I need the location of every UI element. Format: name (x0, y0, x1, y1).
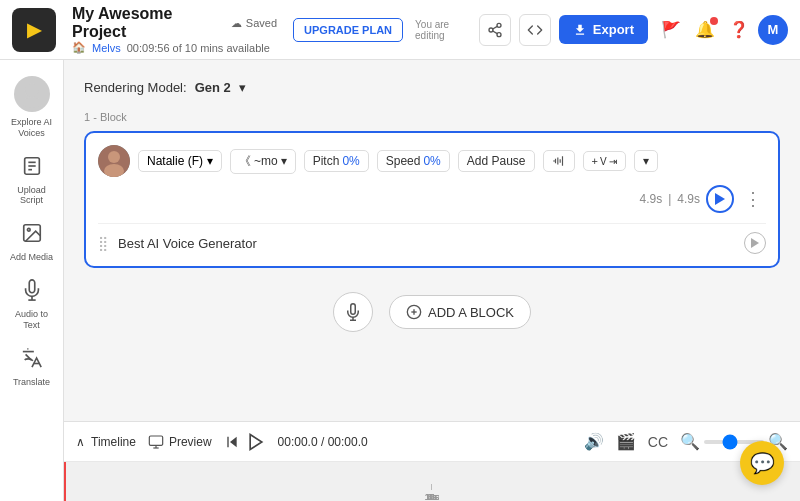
flag-button[interactable]: 🚩 (656, 15, 686, 45)
rendering-model-chevron[interactable]: ▾ (239, 80, 246, 95)
block-text-content[interactable]: Best AI Voice Generator (118, 236, 734, 251)
sidebar-item-upload-script[interactable]: Upload Script (4, 149, 60, 213)
play-pause-icon (246, 432, 266, 452)
speed-label: Speed (386, 154, 421, 168)
sidebar-item-add-media[interactable]: Add Media (4, 216, 60, 269)
translate-icon (21, 347, 43, 374)
export-icon (573, 23, 587, 37)
bottom-bar: ∧ Timeline Preview (64, 421, 800, 501)
sidebar-label-upload-script: Upload Script (8, 185, 56, 207)
add-block-label: ADD A BLOCK (428, 305, 514, 320)
timeline-ruler: 2s 4s 6s 8s 10s 12s 14s 16s (64, 462, 800, 501)
skip-back-icon (224, 434, 240, 450)
pitch-label: Pitch (313, 154, 340, 168)
svg-point-12 (27, 229, 30, 232)
svg-marker-26 (250, 434, 262, 449)
film-button[interactable]: 🎬 (616, 432, 636, 451)
pitch-chip[interactable]: Pitch 0% (304, 150, 369, 172)
preview-label: Preview (148, 434, 212, 450)
add-block-button[interactable]: ADD A BLOCK (389, 295, 531, 329)
sidebar-item-translate[interactable]: Translate (4, 341, 60, 394)
waveform-button[interactable] (543, 150, 575, 172)
speed-value: 0% (423, 154, 440, 168)
top-bar-actions: Export (479, 14, 648, 46)
block-play-button[interactable] (706, 185, 734, 213)
voice-name: Natalie (F) (147, 154, 203, 168)
add-pause-label: Add Pause (467, 154, 526, 168)
sidebar-item-audio-to-text[interactable]: Audio to Text (4, 273, 60, 337)
volume-button[interactable]: 🔊 (584, 432, 604, 451)
drag-handle-icon[interactable]: ⣿ (98, 235, 108, 251)
add-media-icon (21, 222, 43, 249)
top-bar: ▶ My Awesome Project ☁ Saved 🏠 Melvs 00:… (0, 0, 800, 60)
block-text-row: ⣿ Best AI Voice Generator (98, 223, 766, 254)
microphone-button[interactable] (333, 292, 373, 332)
rendering-model-bar: Rendering Model: Gen 2 ▾ (84, 80, 780, 95)
chat-bubble-button[interactable]: 💬 (740, 441, 784, 485)
add-pause-button[interactable]: Add Pause (458, 150, 535, 172)
sidebar-label-add-media: Add Media (10, 252, 53, 263)
logo-icon: ▶ (27, 19, 41, 41)
preview-label-text: Preview (169, 435, 212, 449)
sidebar-label-translate: Translate (13, 377, 50, 388)
home-link[interactable]: Melvs (92, 42, 121, 54)
time-separator: | (668, 192, 671, 206)
text-play-button[interactable] (744, 232, 766, 254)
svg-line-3 (493, 31, 498, 34)
volume-down-button[interactable]: + V ⇥ (583, 151, 626, 171)
code-embed-button[interactable] (519, 14, 551, 46)
home-icon: 🏠 (72, 41, 86, 54)
zoom-out-icon[interactable]: 🔍 (680, 432, 700, 451)
style-chip-label: ~mo (254, 154, 278, 168)
speed-chip[interactable]: Speed 0% (377, 150, 450, 172)
current-time: 00:00.0 / 00:00.0 (278, 435, 368, 449)
export-button[interactable]: Export (559, 15, 648, 44)
text-play-icon (751, 238, 759, 248)
sidebar-label-audio-to-text: Audio to Text (8, 309, 56, 331)
sidebar-item-explore-ai[interactable]: Explore AI Voices (4, 70, 60, 145)
explore-ai-avatar (14, 76, 50, 112)
editing-badge: You are editing (415, 19, 479, 41)
svg-point-6 (21, 98, 42, 109)
project-sub: 🏠 Melvs 00:09:56 of 10 mins available (72, 41, 277, 54)
notification-area: 🚩 🔔 ❓ M (656, 15, 788, 45)
time-available: 00:09:56 of 10 mins available (127, 42, 270, 54)
svg-point-5 (25, 84, 39, 98)
play-pause-button[interactable] (246, 432, 266, 452)
playback-controls (224, 432, 266, 452)
voice-avatar (98, 145, 130, 177)
time-badge-1: 4.9s (640, 192, 663, 206)
content-inner: Rendering Model: Gen 2 ▾ 1 - Block (64, 60, 800, 421)
block-label: 1 - Block (84, 111, 780, 123)
timeline-chevron-icon: ∧ (76, 435, 85, 449)
project-title: My Awesome Project (72, 5, 223, 41)
bell-button[interactable]: 🔔 (690, 15, 720, 45)
svg-rect-23 (149, 436, 162, 445)
timeline-toggle[interactable]: ∧ Timeline (76, 435, 136, 449)
add-block-area: ADD A BLOCK (84, 292, 780, 332)
project-info: My Awesome Project ☁ Saved 🏠 Melvs 00:09… (72, 5, 277, 54)
style-chip[interactable]: 《 ~mo ▾ (230, 149, 296, 174)
volume-icon: V (600, 156, 607, 167)
upgrade-plan-button[interactable]: UPGRADE PLAN (293, 18, 403, 42)
sidebar-label-explore-ai: Explore AI Voices (8, 117, 56, 139)
playhead (64, 462, 66, 501)
content-area: Rendering Model: Gen 2 ▾ 1 - Block (64, 60, 800, 501)
more-dropdown-button[interactable]: ▾ (634, 150, 658, 172)
timeline-controls: ∧ Timeline Preview (64, 422, 800, 462)
skip-back-button[interactable] (224, 434, 240, 450)
svg-point-16 (108, 151, 120, 163)
help-button[interactable]: ❓ (724, 15, 754, 45)
logo[interactable]: ▶ (12, 8, 56, 52)
preview-monitor-icon (148, 434, 164, 450)
notification-dot (710, 17, 718, 25)
main-area: Explore AI Voices Upload Script Add Medi… (0, 60, 800, 501)
caption-button[interactable]: CC (648, 434, 668, 450)
share-button[interactable] (479, 14, 511, 46)
saved-badge: ☁ Saved (231, 17, 277, 30)
voice-select-dropdown[interactable]: Natalie (F) ▾ (138, 150, 222, 172)
sidebar: Explore AI Voices Upload Script Add Medi… (0, 60, 64, 501)
user-avatar[interactable]: M (758, 15, 788, 45)
more-options-button[interactable]: ⋮ (740, 188, 766, 210)
expand-icon: ⇥ (609, 156, 617, 167)
